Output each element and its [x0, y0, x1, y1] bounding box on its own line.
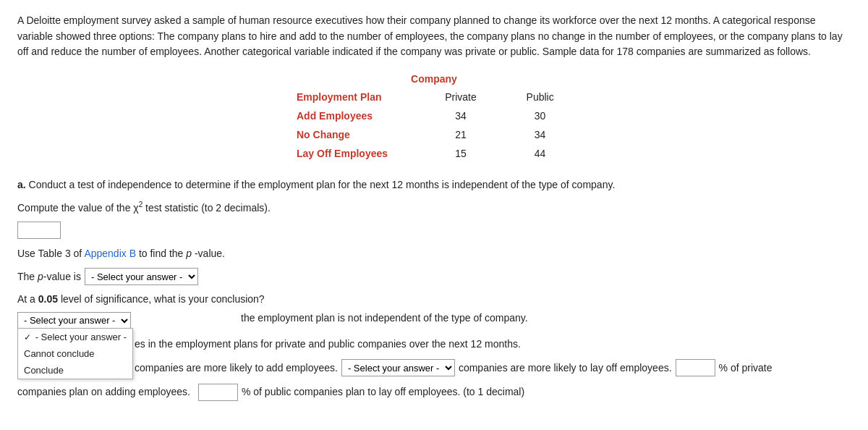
data-table-section: Company Employment Plan Private Public A… [17, 73, 851, 163]
differences-rest-text: es in the employment plans for private a… [135, 335, 521, 353]
likely-add-row: - Select your answer -PrivatePublic comp… [17, 359, 851, 377]
significance-text: At a 0.05 level of significance, what is… [17, 292, 851, 308]
likely-layoff-text: companies are more likely to lay off emp… [459, 359, 672, 377]
private-cell: 34 [420, 106, 502, 125]
section-a-question: a. Conduct a test of independence to det… [17, 177, 851, 193]
col-private: Private [420, 88, 502, 106]
table-row: Lay Off Employees 15 44 [289, 144, 579, 163]
pvalue-p-italic: p [186, 248, 192, 259]
public-cell: 44 [501, 144, 579, 163]
table-row: No Change 21 34 [289, 125, 579, 144]
pvalue-is-label: The p-value is [17, 268, 81, 286]
pvalue-dropdown[interactable]: - Select your answer -less than .005betw… [85, 268, 198, 285]
menu-item-select-answer[interactable]: ✓ - Select your answer - [18, 329, 132, 345]
pvalue-is-row: The p-value is - Select your answer -les… [17, 268, 851, 286]
company-label: Company [411, 73, 457, 85]
conclusion-dropdown[interactable]: - Select your answer -Cannot concludeCon… [17, 312, 131, 329]
compute-text: Compute the value of the χ2 test statist… [17, 199, 851, 216]
likely-layoff-dropdown[interactable]: - Select your answer -PrivatePublic [341, 359, 455, 376]
section-a: a. Conduct a test of independence to det… [17, 177, 851, 401]
table-row: Add Employees 34 30 [289, 106, 579, 125]
differences-row: - Select your answer -Cannot concludeCon… [17, 335, 851, 353]
conclusion-row: - Select your answer -Cannot concludeCon… [17, 312, 851, 329]
pvalue-mid: to find the [139, 248, 186, 259]
menu-item-label-0: - Select your answer - [35, 332, 127, 342]
chi-input-row [17, 222, 851, 239]
section-a-question-text: Conduct a test of independence to determ… [29, 179, 616, 190]
conclusion-dropdown-menu[interactable]: ✓ - Select your answer - Cannot conclude… [17, 328, 133, 379]
col-employment-plan: Employment Plan [289, 88, 420, 106]
appendix-b-link[interactable]: Appendix B [84, 248, 136, 259]
percent-public-input[interactable] [198, 384, 238, 401]
summary-table: Employment Plan Private Public Add Emplo… [289, 88, 579, 163]
pvalue-row: Use Table 3 of Appendix B to find the p … [17, 246, 851, 262]
chi-value-input[interactable] [17, 222, 61, 239]
conclusion-rest-text: the employment plan is not independent o… [241, 312, 528, 324]
menu-item-label-2: Conclude [24, 365, 64, 376]
percent-private-text: % of private [719, 359, 773, 377]
private-cell: 21 [420, 125, 502, 144]
section-label: a. [17, 179, 26, 190]
plan-cell: No Change [289, 125, 420, 144]
intro-text: A Deloitte employment survey asked a sam… [17, 13, 851, 60]
plan-cell: Add Employees [289, 106, 420, 125]
percent-public-text: % of public companies plan to lay off em… [242, 383, 524, 401]
col-public: Public [501, 88, 579, 106]
pvalue-suffix: -value. [195, 248, 225, 259]
public-cell: 30 [501, 106, 579, 125]
plan-adding-text: companies plan on adding employees. [17, 383, 190, 401]
checkmark-icon: ✓ [24, 332, 31, 342]
menu-item-label-1: Cannot conclude [24, 348, 95, 359]
menu-item-conclude[interactable]: Conclude [18, 362, 132, 379]
public-cell: 34 [501, 125, 579, 144]
pvalue-label: Use Table 3 of [17, 248, 82, 259]
percent-private-input[interactable] [676, 359, 715, 376]
private-cell: 15 [420, 144, 502, 163]
likely-add-text: companies are more likely to add employe… [135, 359, 338, 377]
plan-cell: Lay Off Employees [289, 144, 420, 163]
menu-item-cannot-conclude[interactable]: Cannot conclude [18, 345, 132, 362]
percent-row: companies plan on adding employees. % of… [17, 383, 851, 401]
